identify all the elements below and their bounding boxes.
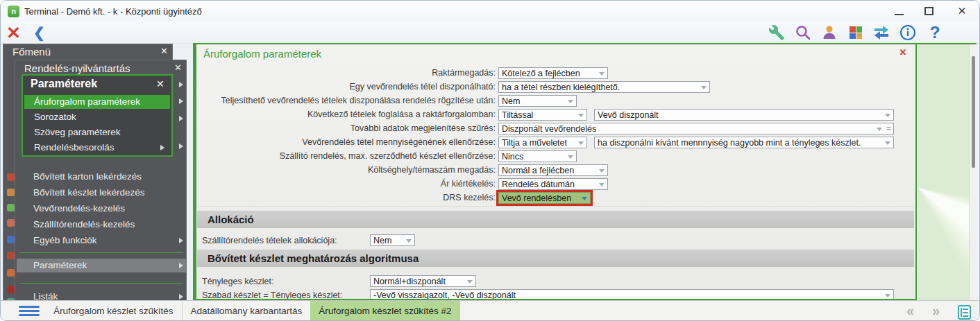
back-button[interactable]: ❮ — [33, 23, 45, 42]
bottom-tab-bar: Áruforgalom készlet szűkítés Adatállomán… — [1, 300, 980, 321]
close-icon[interactable]: ✕ — [956, 5, 968, 17]
window-list-icon[interactable] — [958, 305, 971, 320]
chevron-down-icon — [599, 169, 605, 173]
submenu-arrow-icon — [179, 116, 183, 121]
exit-button[interactable]: ✕ — [6, 22, 21, 43]
allokacio-select[interactable]: Nem — [370, 234, 415, 246]
menu-item-sorozatok[interactable]: Sorozatok — [24, 110, 170, 124]
szerzodheto-keszlet-select[interactable]: Nincs — [498, 150, 577, 162]
raktarmegadas-select[interactable]: Kötelező a fejlécben — [498, 67, 608, 79]
chevron-down-icon — [599, 72, 605, 76]
submenu-arrow-icon — [179, 263, 183, 268]
window-title: Terminal - Demó kft. - k - Központi ügyi… — [24, 6, 202, 17]
tab-adatallomany-karbantartas[interactable]: Adatállomány karbantartás — [182, 301, 311, 321]
info-icon[interactable] — [899, 24, 916, 41]
vertical-scrollbar[interactable] — [969, 44, 976, 300]
menu-icon — [7, 236, 15, 243]
menu-item-parameterek[interactable]: Paraméterek — [17, 259, 186, 272]
help-icon[interactable]: ? — [927, 24, 943, 41]
maximize-icon[interactable] — [924, 7, 933, 15]
menu-separator — [19, 252, 183, 253]
menu-hamburger-icon[interactable] — [19, 306, 40, 318]
submenu-arrow-icon — [160, 145, 164, 150]
tools-wrench-icon[interactable] — [768, 24, 785, 41]
chevron-down-icon — [578, 141, 584, 145]
menu-item-rendelesbesorolas[interactable]: Rendelésbesorolás — [24, 141, 170, 155]
chevron-down-icon — [467, 280, 473, 284]
section-header-allokacio: Allokáció — [197, 210, 914, 228]
open-window-tabs: Áruforgalom készlet szűkítés Adatállomán… — [45, 301, 460, 321]
chevron-down-icon — [568, 100, 573, 103]
tab-aruforgalom-keszlet-szukites[interactable]: Áruforgalom készlet szűkítés — [45, 301, 182, 321]
menu-separator — [19, 283, 183, 284]
menu-icon — [7, 252, 15, 259]
chevron-down-icon — [578, 114, 584, 117]
foglalas-target-select[interactable]: Vevő diszponált — [594, 109, 894, 121]
field-label: Vevőrendelés tétel mennyiségénének ellen… — [196, 137, 496, 148]
search-icon[interactable] — [795, 24, 811, 41]
tabs-scroll-left-icon[interactable]: « — [906, 303, 913, 319]
foglalas-mode-select[interactable]: Tiltással — [498, 109, 587, 121]
mennyiseg-ellenorzes-select[interactable]: Tiltja a műveletet — [498, 137, 587, 148]
fomenu-title: Főmenü — [12, 46, 51, 58]
submenu-arrow-icon — [179, 238, 183, 243]
page-title: Áruforgalom paraméterek — [203, 48, 321, 60]
app-window: n Terminal - Demó kft. - k - Központi üg… — [0, 0, 980, 321]
szabad-keszlet-select[interactable]: -Vevő visszaigazolt, -Vevő diszponált — [370, 289, 894, 300]
menu-item-egyeb-funkciok[interactable]: Egyéb funkciók — [17, 234, 186, 248]
field-label: Teljesíthető vevőrendelés tételek diszpo… — [196, 95, 496, 107]
tovabbi-adatok-szures-select[interactable]: Diszponált vevőrendelés= — [498, 123, 894, 135]
minimize-icon[interactable] — [895, 14, 904, 15]
equals-filter-icon[interactable]: = — [886, 123, 891, 134]
menu-item-bovitett-keszlet[interactable]: Bővített készlet lekérdezés — [17, 186, 186, 200]
chevron-down-icon — [599, 183, 605, 186]
menu-item-szoveg-parameterek[interactable]: Szöveg paraméterek — [24, 125, 170, 139]
field-label: Szállító rendelés, max. szerződhető kész… — [196, 150, 496, 162]
scrollbar-thumb[interactable] — [972, 56, 975, 168]
tabs-scroll-right-icon[interactable]: » — [932, 303, 938, 319]
drs-kezeles-select[interactable]: Vevő rendelésben — [498, 192, 591, 204]
parameters-submenu-close-icon[interactable]: ✕ — [156, 78, 164, 89]
menu-icon — [7, 286, 15, 293]
chevron-down-icon — [877, 128, 882, 131]
field-label: Költséghely/témaszám megadás: — [196, 164, 496, 176]
parameters-submenu-panel: Paraméterek ✕ Áruforgalom paraméterek So… — [22, 74, 173, 157]
chevron-down-icon — [885, 114, 890, 117]
chevron-down-icon — [406, 239, 412, 243]
chevron-down-icon — [885, 294, 890, 297]
menu-item-szallitorendeles[interactable]: Szállítórendelés-kezelés — [17, 218, 186, 232]
section-header-bovitett-keszlet: Bővített készlet meghatározás algoritmus… — [197, 249, 914, 267]
transfer-arrows-icon[interactable] — [872, 24, 889, 41]
menu-icon — [7, 219, 15, 227]
user-icon[interactable] — [821, 24, 838, 41]
parameters-submenu-title: Paraméterek — [31, 78, 97, 90]
app-logo-icon: n — [8, 6, 19, 17]
teljesitheto-diszponalas-select[interactable]: Nem — [498, 95, 577, 107]
tab-aruforgalom-keszlet-szukites-2[interactable]: Áruforgalom készlet szűkítés #2 — [310, 301, 459, 321]
ar-kiertekeles-select[interactable]: Rendelés dátumán — [498, 178, 608, 190]
menu-item-vevorendeles[interactable]: Vevőrendelés-kezelés — [17, 202, 186, 216]
fomenu-close-icon[interactable]: ✕ — [160, 46, 168, 56]
field-label: Szabad készlet = Tényleges készlet: — [202, 290, 342, 300]
field-label: További adatok megjelenítése szűrés: — [196, 123, 496, 135]
submenu-arrow-icon — [179, 294, 183, 300]
chevron-down-icon — [885, 141, 890, 145]
modules-grid-icon[interactable] — [847, 24, 864, 41]
chevron-down-icon — [701, 86, 707, 89]
menu-icon — [7, 204, 15, 211]
menu-item-bovitett-karton[interactable]: Bővített karton lekérdezés — [17, 170, 186, 184]
menu-item-aruforgalom-parameterek[interactable]: Áruforgalom paraméterek — [24, 95, 170, 109]
panel-close-icon[interactable]: ✕ — [896, 47, 910, 59]
chevron-down-icon — [582, 197, 587, 200]
field-label: Szállítórendelés tételek allokációja: — [202, 235, 337, 247]
orders-menu-close-icon[interactable]: ✕ — [174, 62, 182, 73]
orders-menu-title: Rendelés-nyilvántartás — [24, 62, 130, 74]
koltseghely-select[interactable]: Normál a fejlécben — [498, 164, 608, 176]
mennyiseg-feltetel-select[interactable]: ha diszponálni kívánt mennnyiség nagyobb… — [594, 137, 894, 148]
menu-icon — [7, 173, 15, 181]
main-panel: Áruforgalom paraméterek ✕ Raktármegadás:… — [193, 44, 917, 300]
field-label: Tényleges készlet: — [202, 276, 274, 288]
field-label: Ár kiértékelés: — [196, 178, 496, 190]
tenyleges-keszlet-select[interactable]: Normál+diszponált — [370, 275, 476, 287]
vevorendeles-diszponalhato-select[interactable]: ha a tétel részben kielégíthető. — [498, 81, 710, 93]
